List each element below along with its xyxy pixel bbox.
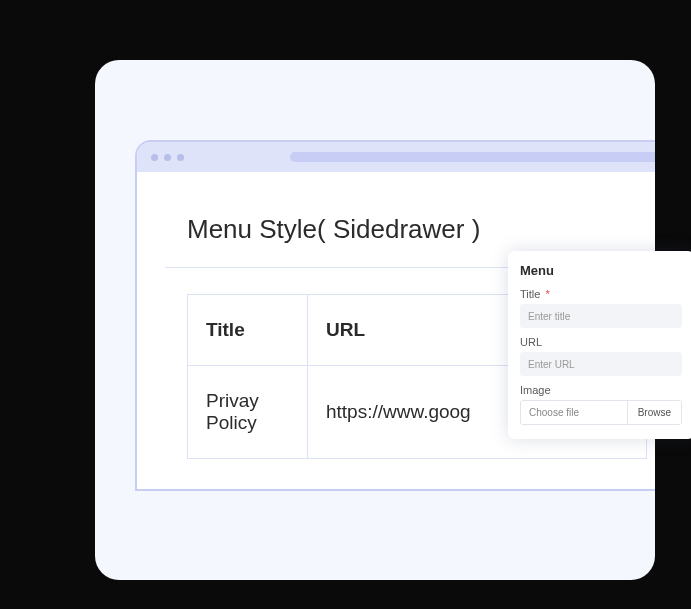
title-input[interactable] (520, 304, 682, 328)
browser-chrome (137, 142, 655, 172)
required-mark: * (545, 288, 549, 300)
url-label: URL (520, 336, 682, 348)
cell-title: Privay Policy (188, 366, 308, 459)
traffic-light-icon (151, 154, 158, 161)
traffic-light-icon (177, 154, 184, 161)
title-label: Title * (520, 288, 682, 300)
file-choose-text: Choose file (521, 401, 627, 424)
column-header-title: Title (188, 295, 308, 366)
title-label-text: Title (520, 288, 540, 300)
image-label: Image (520, 384, 682, 396)
panel-heading: Menu (520, 263, 682, 278)
browse-button[interactable]: Browse (627, 401, 681, 424)
file-picker[interactable]: Choose file Browse (520, 400, 682, 425)
address-bar-mock (290, 152, 655, 162)
traffic-light-icon (164, 154, 171, 161)
menu-form-panel: Menu Title * URL Image Choose file Brows… (508, 251, 691, 439)
url-input[interactable] (520, 352, 682, 376)
